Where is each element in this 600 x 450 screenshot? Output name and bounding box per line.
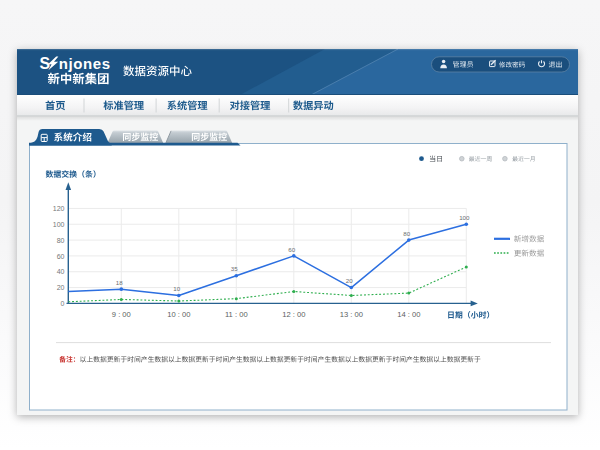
svg-text:80: 80	[57, 237, 65, 244]
svg-text:13 : 00: 13 : 00	[340, 310, 363, 319]
svg-text:14 : 00: 14 : 00	[397, 310, 420, 319]
svg-text:20: 20	[346, 277, 353, 284]
svg-text:18: 18	[116, 279, 123, 286]
svg-text:njones: njones	[59, 55, 111, 72]
svg-text:12 : 00: 12 : 00	[282, 310, 305, 319]
svg-text:S: S	[40, 55, 51, 72]
svg-text:80: 80	[403, 230, 410, 237]
svg-text:0: 0	[61, 300, 65, 307]
svg-text:60: 60	[57, 253, 65, 260]
svg-text:100: 100	[459, 214, 470, 221]
svg-text:9 : 00: 9 : 00	[112, 310, 131, 319]
svg-text:100: 100	[53, 221, 65, 228]
svg-text:35: 35	[231, 265, 238, 272]
svg-text:11 : 00: 11 : 00	[225, 310, 248, 319]
svg-text:40: 40	[57, 268, 65, 275]
svg-text:20: 20	[57, 284, 65, 291]
svg-text:10: 10	[173, 285, 180, 292]
svg-text:60: 60	[288, 246, 295, 253]
svg-text:120: 120	[53, 205, 65, 212]
svg-text:10 : 00: 10 : 00	[167, 310, 190, 319]
